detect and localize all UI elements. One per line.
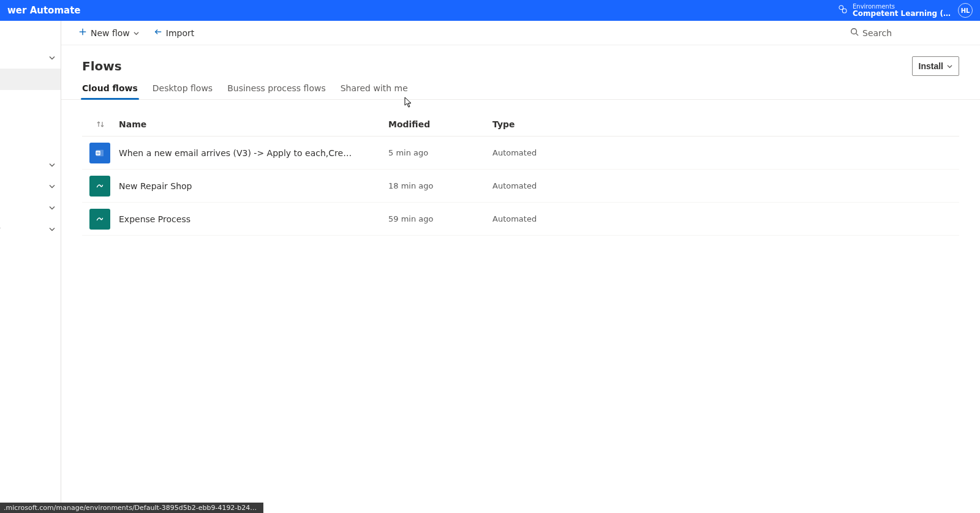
table-header-row: Name Modified Type (82, 112, 959, 137)
svg-point-1 (842, 9, 846, 13)
install-label: Install (919, 61, 943, 71)
sidebar-item[interactable]: rn (0, 261, 61, 283)
sidebar-item[interactable]: a (0, 154, 61, 176)
tab[interactable]: Desktop flows (153, 83, 213, 99)
table-row[interactable]: New Repair Shop18 min agoAutomated (82, 170, 959, 203)
flow-modified: 59 min ago (388, 214, 492, 223)
search-icon (850, 28, 859, 38)
command-bar: New flow Import Search (61, 21, 980, 45)
sidebar-item[interactable]: nectors (0, 133, 61, 154)
svg-point-5 (851, 29, 857, 34)
flow-type: Automated (492, 214, 959, 223)
sidebar-item[interactable]: nitor (0, 176, 61, 197)
search-input[interactable]: Search (845, 23, 968, 43)
avatar[interactable]: HL (958, 3, 973, 18)
chevron-down-icon (49, 203, 55, 212)
tab[interactable]: Cloud flows (82, 83, 138, 99)
outlook-icon: O (89, 143, 110, 163)
chevron-down-icon (49, 182, 55, 191)
flow-modified: 18 min ago (388, 181, 492, 190)
environment-icon (838, 4, 848, 17)
sidebar-item[interactable]: cess advisor (0, 219, 61, 240)
top-app-bar: wer Automate Environments Competent Lear… (0, 0, 980, 21)
new-flow-label: New flow (91, 28, 130, 38)
status-bar-url: .microsoft.com/manage/environments/Defau… (0, 503, 263, 513)
import-label: Import (166, 28, 194, 38)
dataverse-icon (89, 176, 110, 197)
table-row[interactable]: Expense Process59 min agoAutomated (82, 203, 959, 236)
sidebar-item[interactable]: utions (0, 240, 61, 261)
table-row[interactable]: OWhen a new email arrives (V3) -> Apply … (82, 137, 959, 170)
chevron-down-icon (49, 160, 55, 170)
sidebar-item[interactable]: me (0, 26, 61, 47)
plus-icon (78, 28, 87, 38)
chevron-down-icon (49, 225, 55, 234)
sidebar-item[interactable]: flows (0, 69, 61, 90)
flow-name: Expense Process (119, 214, 388, 224)
svg-line-6 (856, 34, 859, 36)
chevron-down-icon (49, 53, 55, 62)
environment-name: Competent Learning (d… (853, 10, 951, 18)
install-button[interactable]: Install (912, 56, 959, 76)
flow-modified: 5 min ago (388, 148, 492, 157)
import-button[interactable]: Import (149, 23, 199, 43)
svg-text:O: O (97, 151, 100, 155)
flow-type: Automated (492, 181, 959, 190)
chevron-down-icon (947, 61, 952, 71)
sidebar-item[interactable]: ion items (0, 47, 61, 69)
flow-name: New Repair Shop (119, 181, 388, 191)
sidebar-item[interactable]: uilder (0, 197, 61, 219)
side-navigation: meion itemsflowsatenplatesnectorsanitoru… (0, 21, 61, 513)
col-name[interactable]: Name (119, 119, 388, 129)
search-placeholder: Search (862, 28, 892, 38)
import-icon (154, 28, 162, 38)
tab[interactable]: Shared with me (341, 83, 408, 99)
tabstrip: Cloud flowsDesktop flowsBusiness process… (61, 78, 980, 100)
new-flow-button[interactable]: New flow (74, 23, 144, 43)
col-type[interactable]: Type (492, 119, 959, 129)
environment-picker[interactable]: Environments Competent Learning (d… (838, 3, 951, 18)
dataverse-icon (89, 209, 110, 230)
sidebar-item[interactable]: nplates (0, 111, 61, 133)
flow-type: Automated (492, 148, 959, 157)
app-title: wer Automate (7, 5, 81, 16)
sidebar-item[interactable]: ate (0, 90, 61, 111)
flow-name: When a new email arrives (V3) -> Apply t… (119, 148, 388, 158)
chevron-down-icon (134, 28, 139, 38)
tab[interactable]: Business process flows (227, 83, 326, 99)
sort-icon[interactable] (82, 121, 119, 128)
environment-label: Environments (853, 3, 951, 10)
page-title: Flows (82, 59, 122, 73)
col-modified[interactable]: Modified (388, 119, 492, 129)
svg-point-0 (839, 6, 843, 10)
